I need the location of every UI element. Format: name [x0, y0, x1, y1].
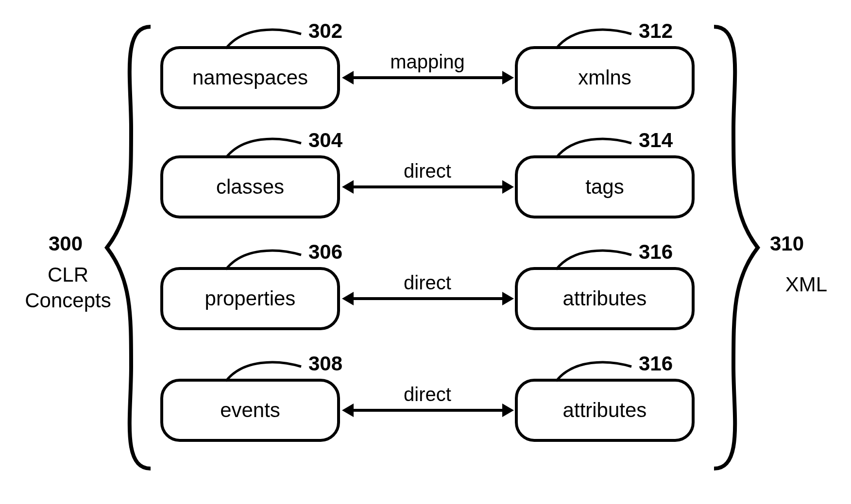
node-events-text: events — [220, 399, 280, 422]
node-xmlns-text: xmlns — [578, 66, 631, 89]
ref-312: 312 — [639, 19, 673, 43]
node-attributes-1-text: attributes — [563, 287, 647, 310]
left-group-label-line2: Concepts — [25, 289, 111, 312]
callout-316a — [554, 243, 636, 272]
callout-306 — [223, 243, 306, 272]
arrow-left-3 — [342, 292, 354, 305]
left-brace-icon — [102, 22, 160, 473]
node-classes: classes — [160, 155, 340, 218]
arrow-line-4 — [353, 409, 503, 412]
ref-304: 304 — [308, 129, 342, 152]
ref-302: 302 — [308, 19, 342, 43]
diagram-stage: 300 CLR Concepts 310 XML namespaces 302 … — [0, 0, 851, 504]
ref-314: 314 — [639, 129, 673, 152]
callout-304 — [223, 131, 306, 160]
callout-312 — [554, 22, 636, 51]
arrow-right-1 — [502, 71, 514, 84]
arrow-left-2 — [342, 180, 354, 194]
arrow-right-2 — [502, 180, 514, 194]
callout-316b — [554, 354, 636, 384]
right-brace-icon — [704, 22, 763, 473]
callout-314 — [554, 131, 636, 160]
ref-316a: 316 — [639, 240, 673, 264]
right-group-label: XML — [772, 272, 840, 298]
node-xmlns: xmlns — [515, 46, 695, 109]
arrow-line-3 — [353, 297, 503, 300]
ref-306: 306 — [308, 240, 342, 264]
node-attributes-1: attributes — [515, 267, 695, 330]
left-group-ref: 300 — [49, 232, 83, 255]
node-events: events — [160, 379, 340, 442]
left-group-label-line1: CLR — [48, 263, 88, 286]
node-namespaces-text: namespaces — [192, 66, 308, 89]
node-properties: properties — [160, 267, 340, 330]
edge-label-1: mapping — [374, 51, 481, 73]
node-namespaces: namespaces — [160, 46, 340, 109]
node-attributes-2: attributes — [515, 379, 695, 442]
callout-302 — [223, 22, 306, 51]
arrow-left-1 — [342, 71, 354, 84]
node-properties-text: properties — [205, 287, 296, 310]
arrow-left-4 — [342, 403, 354, 417]
right-group-ref: 310 — [770, 232, 804, 255]
arrow-line-2 — [353, 185, 503, 188]
ref-308: 308 — [308, 352, 342, 375]
arrow **-right-3 — [502, 292, 514, 305]
left-group-label: CLR Concepts — [15, 262, 121, 313]
arrow-right-4 — [502, 403, 514, 417]
edge-label-3: direct — [374, 272, 481, 294]
node-classes-text: classes — [216, 175, 284, 199]
ref-316b: 316 — [639, 352, 673, 375]
node-attributes-2-text: attributes — [563, 399, 647, 422]
node-tags: tags — [515, 155, 695, 218]
callout-308 — [223, 354, 306, 384]
node-tags-text: tags — [585, 175, 624, 199]
edge-label-2: direct — [374, 160, 481, 182]
edge-label-4: direct — [374, 384, 481, 405]
arrow-line-1 — [353, 76, 503, 79]
